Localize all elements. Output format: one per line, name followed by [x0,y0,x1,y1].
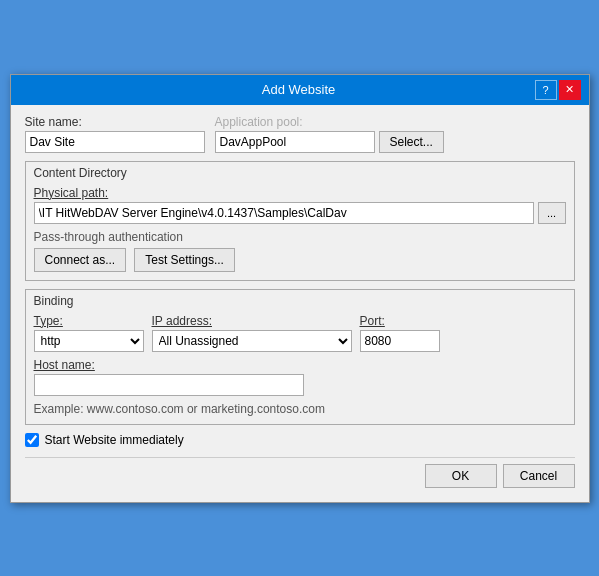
host-name-group: Host name: [34,358,566,396]
select-app-pool-button[interactable]: Select... [379,131,444,153]
ip-label: IP address: [152,314,352,328]
type-label: Type: [34,314,144,328]
example-text: Example: www.contoso.com or marketing.co… [34,402,566,416]
physical-path-group: Physical path: ... [34,186,566,224]
app-pool-label: Application pool: [215,115,444,129]
dialog-body: Site name: Application pool: Select... C… [11,105,589,502]
cancel-button[interactable]: Cancel [503,464,575,488]
title-bar: Add Website ? ✕ [11,75,589,105]
start-website-checkbox[interactable] [25,433,39,447]
binding-label: Binding [31,294,566,308]
app-pool-group: Application pool: Select... [215,115,444,153]
browse-button[interactable]: ... [538,202,566,224]
ok-button[interactable]: OK [425,464,497,488]
site-apppool-row: Site name: Application pool: Select... [25,115,575,153]
site-name-group: Site name: [25,115,205,153]
content-directory-group: Content Directory Physical path: ... Pas… [25,161,575,281]
content-directory-label: Content Directory [31,166,566,180]
physical-path-input[interactable] [34,202,534,224]
type-group: Type: http https [34,314,144,352]
bottom-buttons-row: OK Cancel [25,457,575,492]
type-ip-port-row: Type: http https IP address: All Unassig… [34,314,566,352]
connect-as-button[interactable]: Connect as... [34,248,127,272]
ip-select[interactable]: All Unassigned [152,330,352,352]
physical-path-label: Physical path: [34,186,566,200]
physical-path-row: ... [34,202,566,224]
help-button[interactable]: ? [535,80,557,100]
title-bar-controls: ? ✕ [535,80,581,100]
port-group: Port: [360,314,440,352]
binding-group: Binding Type: http https IP address: All… [25,289,575,425]
close-button[interactable]: ✕ [559,80,581,100]
dialog-title: Add Website [63,82,535,97]
ip-group: IP address: All Unassigned [152,314,352,352]
test-settings-button[interactable]: Test Settings... [134,248,235,272]
pass-through-text: Pass-through authentication [34,230,566,244]
add-website-dialog: Add Website ? ✕ Site name: Application p… [10,74,590,503]
host-name-label: Host name: [34,358,566,372]
type-select[interactable]: http https [34,330,144,352]
port-label: Port: [360,314,440,328]
start-website-row: Start Website immediately [25,433,575,447]
port-input[interactable] [360,330,440,352]
app-pool-input[interactable] [215,131,375,153]
start-website-label: Start Website immediately [45,433,184,447]
site-name-label: Site name: [25,115,205,129]
auth-buttons-row: Connect as... Test Settings... [34,248,566,272]
host-name-input[interactable] [34,374,304,396]
site-name-input[interactable] [25,131,205,153]
